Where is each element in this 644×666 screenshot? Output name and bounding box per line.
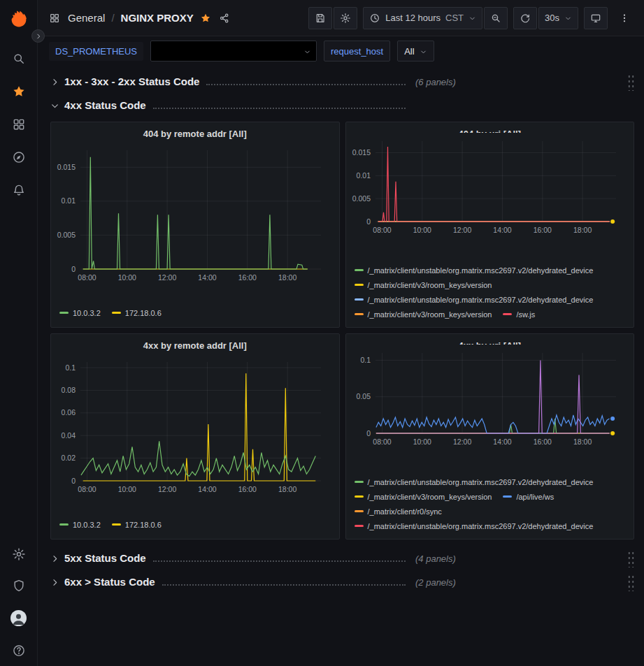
svg-text:16:00: 16:00 — [238, 273, 257, 282]
svg-text:0.01: 0.01 — [356, 171, 371, 180]
svg-text:10:00: 10:00 — [413, 226, 431, 234]
legend-swatch — [59, 523, 69, 526]
svg-text:0.015: 0.015 — [352, 148, 370, 157]
refresh-button[interactable] — [513, 7, 537, 29]
more-options-kebab-button[interactable] — [613, 7, 636, 29]
user-avatar[interactable] — [10, 610, 27, 626]
request-host-variable-select[interactable]: All — [397, 41, 434, 61]
panel-title[interactable]: 404 by remote addr [All] — [57, 126, 334, 142]
legend-item[interactable]: /_matrix/client/unstable/org.matrix.msc2… — [355, 296, 594, 304]
explore-compass-icon[interactable] — [12, 150, 26, 164]
refresh-interval-value: 30s — [545, 13, 559, 23]
zoom-out-button[interactable] — [484, 7, 508, 29]
grafana-logo-icon[interactable] — [9, 10, 29, 29]
row-header-1xx-3xx-2xx[interactable]: 1xx - 3xx - 2xx Status Code (6 panels) — [50, 71, 634, 92]
share-icon[interactable] — [219, 13, 230, 24]
svg-text:0.01: 0.01 — [62, 196, 76, 205]
datasource-variable-select[interactable] — [150, 41, 317, 61]
panel-legend: /_matrix/client/unstable/org.matrix.msc2… — [352, 263, 629, 321]
time-series-chart[interactable]: 08:0010:0012:0014:0016:0018:0000.050.1 — [352, 353, 629, 451]
dashboard-settings-button[interactable] — [334, 7, 357, 29]
svg-text:12:00: 12:00 — [158, 485, 176, 493]
time-series-chart[interactable]: 08:0010:0012:0014:0016:0018:0000.0050.01… — [352, 141, 629, 239]
legend-item[interactable]: /_matrix/client/unstable/org.matrix.msc2… — [355, 266, 594, 275]
starred-dashboards-icon[interactable] — [12, 85, 26, 99]
legend-item[interactable]: /_matrix/client/v3/room_keys/version — [355, 281, 492, 289]
svg-text:14:00: 14:00 — [198, 273, 216, 282]
svg-text:08:00: 08:00 — [78, 485, 96, 493]
star-icon[interactable] — [200, 13, 211, 24]
svg-text:0: 0 — [71, 265, 76, 273]
sidebar — [0, 0, 38, 666]
svg-text:0.08: 0.08 — [62, 386, 76, 394]
legend-item[interactable]: /sw.js — [503, 310, 535, 319]
legend-item[interactable]: /_matrix/client/v3/room_keys/version — [355, 310, 492, 319]
legend-item[interactable]: 172.18.0.6 — [112, 309, 162, 317]
alerting-bell-icon[interactable] — [12, 183, 26, 197]
refresh-interval-dropdown[interactable]: 30s — [538, 7, 578, 29]
row-drag-handle[interactable] — [627, 549, 634, 567]
row-dotted-leader — [162, 584, 406, 586]
legend-item[interactable]: /_matrix/client/unstable/org.matrix.msc2… — [355, 478, 594, 486]
svg-text:0.005: 0.005 — [57, 231, 76, 239]
request-host-variable-value: All — [404, 46, 414, 57]
panel-title[interactable]: 4xx by uri [All] — [352, 338, 629, 345]
row-dotted-leader — [153, 108, 406, 109]
svg-text:16:00: 16:00 — [533, 437, 551, 446]
legend-item[interactable]: 10.0.3.2 — [59, 309, 101, 317]
svg-text:0.1: 0.1 — [65, 363, 76, 372]
legend-item[interactable]: /_matrix/client/unstable/org.matrix.msc2… — [355, 522, 594, 530]
row-drag-handle[interactable] — [627, 73, 634, 91]
svg-text:08:00: 08:00 — [78, 273, 96, 282]
svg-text:12:00: 12:00 — [452, 437, 471, 446]
row-drag-handle[interactable] — [627, 573, 634, 591]
legend-swatch — [355, 525, 364, 527]
main-area: General / NGINX PROXY — [38, 0, 644, 666]
chevron-down-icon — [564, 14, 572, 22]
row-header-6xx[interactable]: 6xx > Status Code (2 panels) — [50, 572, 634, 593]
svg-text:12:00: 12:00 — [158, 273, 176, 282]
row-title: 6xx > Status Code — [64, 576, 155, 588]
legend-swatch — [503, 495, 512, 498]
chevron-down-icon — [303, 48, 311, 55]
configuration-gear-icon[interactable] — [12, 547, 26, 561]
breadcrumb-folder[interactable]: General — [68, 12, 105, 24]
panel-4xx-by-remote-addr: 4xx by remote addr [All] 08:0010:0012:00… — [50, 333, 340, 540]
page-title[interactable]: NGINX PROXY — [121, 12, 194, 24]
request-host-variable-label: request_host — [331, 46, 383, 57]
request-host-variable-label-box[interactable]: request_host — [324, 41, 390, 61]
panels-grid: 404 by remote addr [All] 08:0010:0012:00… — [50, 122, 634, 540]
server-admin-shield-icon[interactable] — [12, 579, 26, 593]
time-range-picker[interactable]: Last 12 hours CST — [363, 7, 482, 29]
panel-title[interactable]: 404 by uri [All] — [352, 126, 629, 133]
time-series-chart[interactable]: 08:0010:0012:0014:0016:0018:0000.0050.01… — [57, 150, 334, 287]
panel-legend: 10.0.3.2172.18.0.6 — [57, 305, 334, 321]
datasource-variable-label[interactable]: DS_PROMETHEUS — [49, 42, 143, 61]
panel-title[interactable]: 4xx by remote addr [All] — [57, 338, 334, 354]
row-title: 1xx - 3xx - 2xx Status Code — [64, 75, 199, 87]
sidebar-expand-button[interactable] — [31, 29, 45, 43]
tv-mode-button[interactable] — [584, 7, 608, 29]
row-header-4xx[interactable]: 4xx Status Code — [50, 95, 634, 116]
apps-grid-icon[interactable] — [49, 13, 60, 24]
row-header-5xx[interactable]: 5xx Status Code (4 panels) — [50, 548, 634, 569]
legend-swatch — [355, 481, 364, 483]
legend-swatch — [503, 313, 512, 315]
legend-item[interactable]: /api/live/ws — [503, 493, 554, 501]
svg-text:0.1: 0.1 — [360, 356, 371, 364]
help-icon[interactable] — [12, 644, 26, 658]
legend-item[interactable]: /_matrix/client/r0/sync — [355, 507, 442, 516]
sidebar-bottom-nav — [10, 547, 27, 658]
legend-item[interactable]: /_matrix/client/v3/room_keys/version — [355, 493, 492, 501]
search-icon[interactable] — [12, 52, 26, 66]
legend-item[interactable]: 10.0.3.2 — [59, 521, 101, 529]
legend-item[interactable]: 172.18.0.6 — [112, 521, 162, 529]
monitor-icon — [590, 13, 601, 24]
time-series-chart[interactable]: 08:0010:0012:0014:0016:0018:0000.020.040… — [57, 362, 334, 498]
svg-text:10:00: 10:00 — [118, 485, 136, 493]
panel-4xx-by-uri: 4xx by uri [All] 08:0010:0012:0014:0016:… — [345, 333, 635, 540]
legend-swatch — [355, 510, 364, 512]
svg-text:0.005: 0.005 — [352, 194, 370, 203]
dashboards-grid-icon[interactable] — [12, 117, 26, 131]
save-dashboard-button[interactable] — [308, 7, 332, 29]
